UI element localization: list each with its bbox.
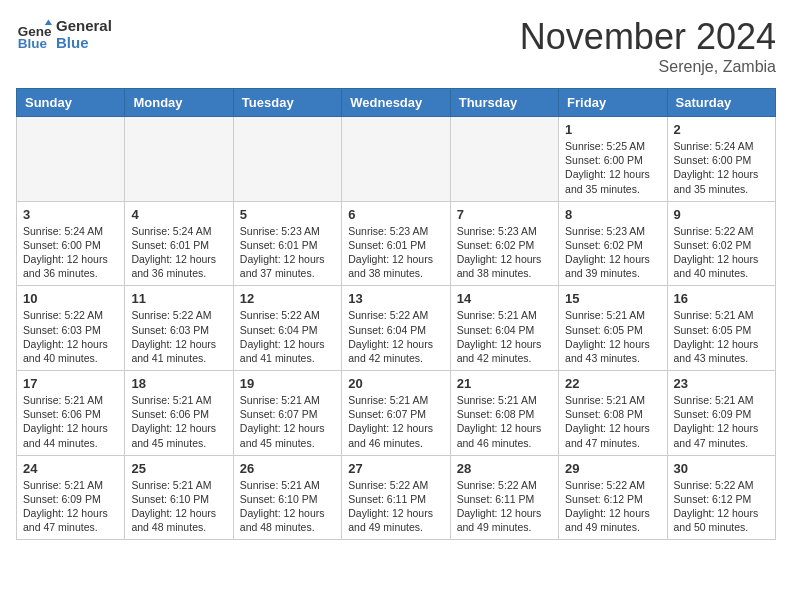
day-number: 25 — [131, 461, 226, 476]
cell-info: Sunrise: 5:21 AM Sunset: 6:06 PM Dayligh… — [131, 393, 226, 450]
calendar-cell: 7Sunrise: 5:23 AM Sunset: 6:02 PM Daylig… — [450, 201, 558, 286]
calendar-cell: 15Sunrise: 5:21 AM Sunset: 6:05 PM Dayli… — [559, 286, 667, 371]
calendar-cell — [342, 117, 450, 202]
calendar-cell — [450, 117, 558, 202]
cell-info: Sunrise: 5:22 AM Sunset: 6:12 PM Dayligh… — [565, 478, 660, 535]
cell-info: Sunrise: 5:21 AM Sunset: 6:08 PM Dayligh… — [457, 393, 552, 450]
weekday-header-tuesday: Tuesday — [233, 89, 341, 117]
day-number: 21 — [457, 376, 552, 391]
calendar-cell: 20Sunrise: 5:21 AM Sunset: 6:07 PM Dayli… — [342, 371, 450, 456]
calendar-cell — [17, 117, 125, 202]
calendar-cell: 22Sunrise: 5:21 AM Sunset: 6:08 PM Dayli… — [559, 371, 667, 456]
day-number: 23 — [674, 376, 769, 391]
cell-info: Sunrise: 5:22 AM Sunset: 6:02 PM Dayligh… — [674, 224, 769, 281]
day-number: 19 — [240, 376, 335, 391]
calendar-cell: 2Sunrise: 5:24 AM Sunset: 6:00 PM Daylig… — [667, 117, 775, 202]
calendar-cell: 25Sunrise: 5:21 AM Sunset: 6:10 PM Dayli… — [125, 455, 233, 540]
calendar-cell: 24Sunrise: 5:21 AM Sunset: 6:09 PM Dayli… — [17, 455, 125, 540]
calendar-cell: 9Sunrise: 5:22 AM Sunset: 6:02 PM Daylig… — [667, 201, 775, 286]
weekday-header-saturday: Saturday — [667, 89, 775, 117]
calendar-cell: 17Sunrise: 5:21 AM Sunset: 6:06 PM Dayli… — [17, 371, 125, 456]
weekday-header-thursday: Thursday — [450, 89, 558, 117]
calendar-cell: 23Sunrise: 5:21 AM Sunset: 6:09 PM Dayli… — [667, 371, 775, 456]
logo-icon: General Blue — [16, 16, 52, 52]
weekday-header-friday: Friday — [559, 89, 667, 117]
cell-info: Sunrise: 5:23 AM Sunset: 6:01 PM Dayligh… — [240, 224, 335, 281]
calendar-cell: 18Sunrise: 5:21 AM Sunset: 6:06 PM Dayli… — [125, 371, 233, 456]
cell-info: Sunrise: 5:22 AM Sunset: 6:03 PM Dayligh… — [131, 308, 226, 365]
day-number: 14 — [457, 291, 552, 306]
calendar-cell: 26Sunrise: 5:21 AM Sunset: 6:10 PM Dayli… — [233, 455, 341, 540]
day-number: 27 — [348, 461, 443, 476]
logo-line2: Blue — [56, 34, 112, 51]
calendar-cell: 28Sunrise: 5:22 AM Sunset: 6:11 PM Dayli… — [450, 455, 558, 540]
calendar-cell: 13Sunrise: 5:22 AM Sunset: 6:04 PM Dayli… — [342, 286, 450, 371]
calendar-cell — [233, 117, 341, 202]
calendar-cell: 5Sunrise: 5:23 AM Sunset: 6:01 PM Daylig… — [233, 201, 341, 286]
day-number: 13 — [348, 291, 443, 306]
page-header: General Blue General Blue November 2024 … — [16, 16, 776, 76]
day-number: 28 — [457, 461, 552, 476]
cell-info: Sunrise: 5:21 AM Sunset: 6:04 PM Dayligh… — [457, 308, 552, 365]
day-number: 16 — [674, 291, 769, 306]
weekday-header-monday: Monday — [125, 89, 233, 117]
day-number: 9 — [674, 207, 769, 222]
cell-info: Sunrise: 5:22 AM Sunset: 6:11 PM Dayligh… — [348, 478, 443, 535]
day-number: 4 — [131, 207, 226, 222]
cell-info: Sunrise: 5:25 AM Sunset: 6:00 PM Dayligh… — [565, 139, 660, 196]
calendar-cell: 10Sunrise: 5:22 AM Sunset: 6:03 PM Dayli… — [17, 286, 125, 371]
cell-info: Sunrise: 5:22 AM Sunset: 6:04 PM Dayligh… — [348, 308, 443, 365]
day-number: 1 — [565, 122, 660, 137]
calendar-cell: 1Sunrise: 5:25 AM Sunset: 6:00 PM Daylig… — [559, 117, 667, 202]
calendar-cell: 3Sunrise: 5:24 AM Sunset: 6:00 PM Daylig… — [17, 201, 125, 286]
cell-info: Sunrise: 5:21 AM Sunset: 6:09 PM Dayligh… — [23, 478, 118, 535]
week-row-4: 17Sunrise: 5:21 AM Sunset: 6:06 PM Dayli… — [17, 371, 776, 456]
day-number: 20 — [348, 376, 443, 391]
logo: General Blue General Blue — [16, 16, 112, 52]
calendar-cell: 8Sunrise: 5:23 AM Sunset: 6:02 PM Daylig… — [559, 201, 667, 286]
calendar-cell: 12Sunrise: 5:22 AM Sunset: 6:04 PM Dayli… — [233, 286, 341, 371]
calendar-cell — [125, 117, 233, 202]
day-number: 3 — [23, 207, 118, 222]
cell-info: Sunrise: 5:24 AM Sunset: 6:01 PM Dayligh… — [131, 224, 226, 281]
week-row-2: 3Sunrise: 5:24 AM Sunset: 6:00 PM Daylig… — [17, 201, 776, 286]
weekday-header-sunday: Sunday — [17, 89, 125, 117]
cell-info: Sunrise: 5:23 AM Sunset: 6:01 PM Dayligh… — [348, 224, 443, 281]
calendar-table: SundayMondayTuesdayWednesdayThursdayFrid… — [16, 88, 776, 540]
day-number: 22 — [565, 376, 660, 391]
cell-info: Sunrise: 5:24 AM Sunset: 6:00 PM Dayligh… — [23, 224, 118, 281]
cell-info: Sunrise: 5:23 AM Sunset: 6:02 PM Dayligh… — [565, 224, 660, 281]
day-number: 8 — [565, 207, 660, 222]
week-row-5: 24Sunrise: 5:21 AM Sunset: 6:09 PM Dayli… — [17, 455, 776, 540]
day-number: 15 — [565, 291, 660, 306]
day-number: 30 — [674, 461, 769, 476]
cell-info: Sunrise: 5:21 AM Sunset: 6:09 PM Dayligh… — [674, 393, 769, 450]
calendar-cell: 16Sunrise: 5:21 AM Sunset: 6:05 PM Dayli… — [667, 286, 775, 371]
calendar-cell: 4Sunrise: 5:24 AM Sunset: 6:01 PM Daylig… — [125, 201, 233, 286]
cell-info: Sunrise: 5:22 AM Sunset: 6:04 PM Dayligh… — [240, 308, 335, 365]
calendar-cell: 27Sunrise: 5:22 AM Sunset: 6:11 PM Dayli… — [342, 455, 450, 540]
cell-info: Sunrise: 5:21 AM Sunset: 6:10 PM Dayligh… — [240, 478, 335, 535]
weekday-header-wednesday: Wednesday — [342, 89, 450, 117]
svg-marker-2 — [45, 20, 52, 25]
day-number: 26 — [240, 461, 335, 476]
day-number: 10 — [23, 291, 118, 306]
day-number: 17 — [23, 376, 118, 391]
day-number: 12 — [240, 291, 335, 306]
calendar-cell: 30Sunrise: 5:22 AM Sunset: 6:12 PM Dayli… — [667, 455, 775, 540]
cell-info: Sunrise: 5:22 AM Sunset: 6:12 PM Dayligh… — [674, 478, 769, 535]
cell-info: Sunrise: 5:22 AM Sunset: 6:11 PM Dayligh… — [457, 478, 552, 535]
weekday-header-row: SundayMondayTuesdayWednesdayThursdayFrid… — [17, 89, 776, 117]
cell-info: Sunrise: 5:21 AM Sunset: 6:08 PM Dayligh… — [565, 393, 660, 450]
title-block: November 2024 Serenje, Zambia — [520, 16, 776, 76]
day-number: 24 — [23, 461, 118, 476]
cell-info: Sunrise: 5:21 AM Sunset: 6:05 PM Dayligh… — [565, 308, 660, 365]
logo-line1: General — [56, 17, 112, 34]
cell-info: Sunrise: 5:24 AM Sunset: 6:00 PM Dayligh… — [674, 139, 769, 196]
week-row-1: 1Sunrise: 5:25 AM Sunset: 6:00 PM Daylig… — [17, 117, 776, 202]
day-number: 6 — [348, 207, 443, 222]
day-number: 29 — [565, 461, 660, 476]
location: Serenje, Zambia — [520, 58, 776, 76]
day-number: 7 — [457, 207, 552, 222]
calendar-cell: 29Sunrise: 5:22 AM Sunset: 6:12 PM Dayli… — [559, 455, 667, 540]
